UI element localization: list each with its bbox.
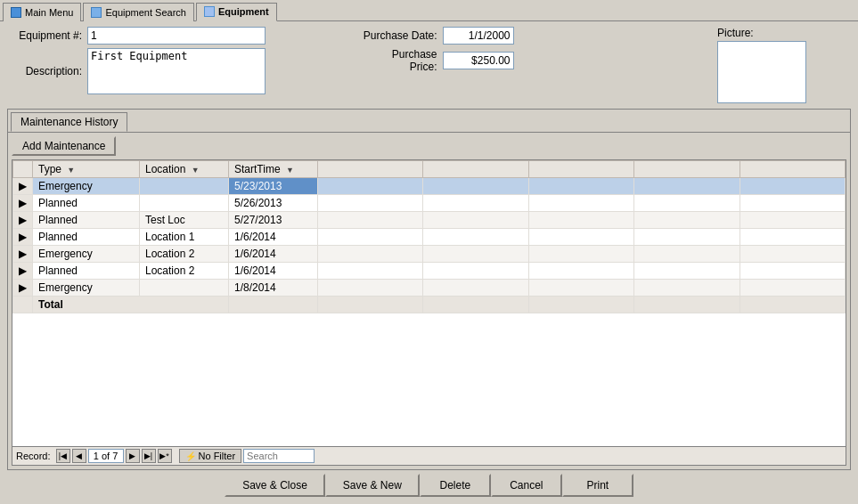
table-row[interactable]: ▶ Planned Test Loc 5/27/2013 [13,212,846,229]
extra-cell-2 [423,246,528,263]
equipment-number-input[interactable] [87,27,266,45]
table-row[interactable]: ▶ Emergency 1/8/2014 [13,280,846,297]
tab-panel-body: Add Maintenance Type ▼ [8,132,850,469]
tab-equipment-search[interactable]: Equipment Search [83,3,194,21]
starttime-cell: 5/27/2013 [229,212,318,229]
purchase-date-input[interactable] [443,27,514,45]
grid-container: Type ▼ Location ▼ StartTime ▼ [12,159,846,466]
purchase-date-row: Purchase Date: [363,27,709,45]
search-input[interactable] [243,449,315,463]
equipment-number-row: Equipment #: [7,27,354,45]
equip-tab-icon [204,6,215,17]
maintenance-tab-panel: Maintenance History Add Maintenance Type [7,109,851,470]
extra-cell-5 [740,195,845,212]
location-cell [140,178,229,195]
location-cell: Location 2 [140,263,229,280]
record-position-input[interactable] [88,449,124,463]
picture-label: Picture: [717,27,754,39]
extra-cell-4 [634,280,740,297]
extra-cell-1 [318,246,423,263]
save-new-button[interactable]: Save & New [325,474,420,497]
table-row[interactable]: ▶ Emergency Location 2 1/6/2014 [13,246,846,263]
nav-last-button[interactable]: ▶| [142,449,156,463]
extra-cell-3 [528,246,633,263]
starttime-cell: 1/6/2014 [229,246,318,263]
nav-first-button[interactable]: |◀ [56,449,70,463]
extra-cell-1 [318,263,423,280]
extra-cell-5 [740,263,845,280]
table-scroll-area[interactable]: Type ▼ Location ▼ StartTime ▼ [12,160,846,446]
extra-cell-1 [318,280,423,297]
extra-col-5-header [740,161,845,178]
extra-cell-5 [740,178,845,195]
save-close-button[interactable]: Save & Close [225,474,325,497]
delete-button[interactable]: Delete [420,474,491,497]
starttime-column-header[interactable]: StartTime ▼ [229,161,318,178]
starttime-cell: 5/23/2013 [229,178,318,195]
extra-cell-1 [318,212,423,229]
type-cell: Planned [33,212,140,229]
extra-cell-1 [318,297,423,313]
extra-cell-4 [634,297,740,313]
extra-cell-3 [528,229,633,246]
extra-cell-2 [423,297,528,313]
extra-cell-3 [528,195,633,212]
nav-new-button[interactable]: ▶* [158,449,172,463]
location-column-header[interactable]: Location ▼ [140,161,229,178]
table-row[interactable]: ▶ Planned Location 1 1/6/2014 [13,229,846,246]
extra-cell-4 [634,263,740,280]
purchase-price-row: Purchase Price: [363,48,709,73]
no-filter-button[interactable]: ⚡ No Filter [179,449,242,463]
extra-cell-3 [528,280,633,297]
tab-equipment[interactable]: Equipment [196,3,277,21]
starttime-cell: 1/8/2014 [229,280,318,297]
starttime-cell: 5/26/2013 [229,195,318,212]
expand-cell: ▶ [13,246,33,263]
table-row[interactable]: ▶ Planned 5/26/2013 [13,195,846,212]
no-filter-label: No Filter [199,451,236,461]
add-maintenance-button[interactable]: Add Maintenance [12,136,116,156]
location-cell: Location 2 [140,246,229,263]
main-content: Equipment #: Description: First Equipmen… [0,21,858,504]
equipment-number-label: Equipment #: [7,29,87,42]
expand-cell: ▶ [13,229,33,246]
type-cell: Emergency [33,178,140,195]
nav-next-button[interactable]: ▶ [126,449,140,463]
tab-panel-header: Maintenance History [8,110,850,132]
form-right: Picture: [708,27,851,103]
search-tab-icon [91,7,102,18]
print-button[interactable]: Print [562,474,633,497]
location-cell: Location 1 [140,229,229,246]
location-cell [140,195,229,212]
extra-cell-3 [528,178,633,195]
extra-cell-5 [740,246,845,263]
extra-cell-5 [740,212,845,229]
nav-prev-button[interactable]: ◀ [72,449,86,463]
cancel-button[interactable]: Cancel [491,474,562,497]
expand-col-header [13,161,33,178]
description-row: Description: First Equipment [7,48,354,94]
maintenance-history-tab[interactable]: Maintenance History [11,112,127,132]
extra-col-2-header [423,161,528,178]
maintenance-table: Type ▼ Location ▼ StartTime ▼ [12,160,846,313]
expand-cell: ▶ [13,263,33,280]
tab-main-menu-label: Main Menu [25,7,73,18]
table-row[interactable]: ▶ Emergency 5/23/2013 [13,178,846,195]
location-cell [140,280,229,297]
purchase-date-label: Purchase Date: [363,29,443,42]
extra-cell-4 [634,246,740,263]
action-bar: Save & Close Save & New Delete Cancel Pr… [7,470,851,499]
expand-cell: ▶ [13,195,33,212]
starttime-cell: 1/6/2014 [229,263,318,280]
expand-cell: ▶ [13,212,33,229]
purchase-price-input[interactable] [443,52,514,69]
extra-col-3-header [528,161,633,178]
table-row[interactable]: ▶ Planned Location 2 1/6/2014 [13,263,846,280]
type-cell: Planned [33,229,140,246]
tab-main-menu[interactable]: Main Menu [3,3,81,21]
extra-cell-1 [318,229,423,246]
maintenance-history-tab-label: Maintenance History [20,116,118,128]
location-sort-icon: ▼ [192,166,200,175]
description-input[interactable]: First Equipment [87,48,266,94]
type-column-header[interactable]: Type ▼ [33,161,140,178]
